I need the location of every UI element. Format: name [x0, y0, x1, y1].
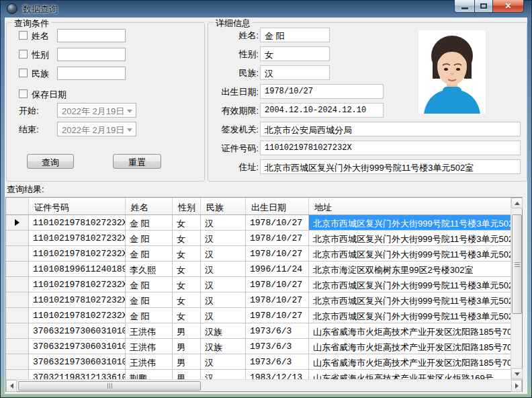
vertical-scroll-thumb[interactable] [512, 214, 522, 314]
reset-button[interactable]: 重置 [113, 154, 161, 169]
table-cell[interactable]: 1978/10/27 [246, 246, 309, 261]
ethnicity-checkbox[interactable] [19, 69, 28, 77]
row-selector-cell[interactable] [6, 323, 29, 338]
table-cell[interactable]: 11010219781027232X [29, 246, 126, 261]
table-cell[interactable]: 女 [173, 231, 201, 245]
table-cell[interactable]: 王洪伟 [126, 354, 173, 369]
scroll-left-button[interactable] [6, 380, 17, 392]
table-cell[interactable]: 1978/10/27 [246, 215, 309, 230]
row-selector-cell[interactable] [6, 262, 29, 276]
vertical-scrollbar[interactable] [511, 198, 522, 379]
table-row[interactable]: 370632197306031010王洪伟男汉1973/6/3山东省威海市火炬高… [6, 354, 511, 370]
name-checkbox[interactable] [19, 31, 28, 40]
header-selector-cell[interactable] [6, 198, 29, 214]
scroll-right-button[interactable] [511, 380, 522, 392]
table-cell[interactable]: 11010219781027232X [29, 277, 126, 292]
table-cell[interactable]: 男 [173, 339, 201, 354]
row-selector-cell[interactable] [6, 215, 29, 230]
table-cell[interactable]: 荆鹏 [126, 370, 173, 379]
table-cell[interactable]: 汉 [201, 277, 246, 292]
table-cell[interactable]: 北京市西城区复兴门外大街999号院11号楼3单元502室 [309, 292, 511, 307]
table-cell[interactable]: 女 [173, 308, 201, 323]
table-cell[interactable]: 370321198312133610 [29, 370, 126, 379]
table-cell[interactable]: 男 [173, 354, 201, 369]
table-cell[interactable]: 金 阳 [126, 231, 173, 245]
header-birthdate[interactable]: 出生日期 [246, 198, 309, 214]
table-row[interactable]: 11010219781027232X金 阳女汉1978/10/27北京市西城区复… [6, 292, 511, 308]
scroll-up-button[interactable] [511, 198, 523, 208]
title-bar[interactable]: 数据查询 ✕ [0, 0, 532, 17]
table-cell[interactable]: 金 阳 [126, 246, 173, 261]
table-cell[interactable]: 汉 [201, 246, 246, 261]
horizontal-scrollbar[interactable] [6, 379, 522, 391]
table-cell[interactable]: 北京市西城区复兴门外大街999号院11号楼3单元502室 [309, 231, 511, 245]
table-row[interactable]: 370632197306031010王洪伟男汉族1973/6/3山东省威海市火炬… [6, 323, 511, 339]
row-selector-cell[interactable] [6, 308, 29, 323]
table-cell[interactable]: 1973/6/3 [246, 323, 309, 338]
table-cell[interactable]: 1978/10/27 [246, 292, 309, 307]
row-selector-cell[interactable] [6, 339, 29, 354]
table-cell[interactable]: 11010219781027232X [29, 308, 126, 323]
horizontal-scroll-thumb[interactable] [18, 381, 201, 391]
close-button[interactable]: ✕ [493, 0, 524, 13]
header-id-number[interactable]: 证件号码 [29, 198, 126, 214]
table-cell[interactable]: 汉 [201, 215, 246, 230]
table-cell[interactable]: 1973/6/3 [246, 339, 309, 354]
table-row[interactable]: 11010219781027232X金 阳女汉1978/10/27北京市西城区复… [6, 231, 511, 246]
table-row[interactable]: 370321198312133610荆鹏男汉1983/12/13山东省威海火炬高… [6, 370, 511, 379]
table-cell[interactable]: 男 [173, 323, 201, 338]
table-cell[interactable]: 北京市西城区复兴门外大街999号院11号楼3单元502室 [309, 215, 511, 230]
table-cell[interactable]: 汉 [201, 308, 246, 323]
header-address[interactable]: 地址 [309, 198, 511, 214]
table-cell[interactable]: 金 阳 [126, 292, 173, 307]
row-selector-cell[interactable] [6, 246, 29, 261]
table-cell[interactable]: 王洪伟 [126, 339, 173, 354]
table-cell[interactable]: 女 [173, 277, 201, 292]
minimize-button[interactable] [454, 0, 474, 13]
table-row[interactable]: 11010219781027232X金 阳女汉1978/10/27北京市西城区复… [6, 277, 511, 292]
table-cell[interactable]: 金 阳 [126, 215, 173, 230]
table-cell[interactable]: 汉 [201, 231, 246, 245]
table-cell[interactable]: 北京市西城区复兴门外大街999号院11号楼3单元502室 [309, 277, 511, 292]
table-cell[interactable]: 北京市西城区复兴门外大街999号院11号楼3单元502室 [309, 308, 511, 323]
table-cell[interactable]: 汉族 [201, 323, 246, 338]
table-cell[interactable]: 王洪伟 [126, 323, 173, 338]
table-cell[interactable]: 女 [173, 215, 201, 230]
table-cell[interactable]: 370632197306031010 [29, 339, 126, 354]
scroll-down-button[interactable] [511, 368, 523, 379]
table-cell[interactable]: 1978/10/27 [246, 231, 309, 245]
table-cell[interactable]: 11010219781027232X [29, 292, 126, 307]
table-row[interactable]: 370632197306031010王洪伟男汉族1973/6/3山东省威海市火炬… [6, 339, 511, 354]
table-cell[interactable]: 女 [173, 246, 201, 261]
table-cell[interactable]: 金 阳 [126, 277, 173, 292]
table-cell[interactable]: 北京市西城区复兴门外大街999号院11号楼3单元502室 [309, 246, 511, 261]
table-cell[interactable]: 山东省威海市火炬高技术产业开发区沈阳路185号703室 [309, 354, 511, 369]
name-input[interactable] [57, 29, 126, 42]
header-gender[interactable]: 性别 [173, 198, 201, 214]
table-cell[interactable]: 11010219781027232X [29, 215, 126, 230]
row-selector-cell[interactable] [6, 370, 29, 379]
table-row[interactable]: 11010219781027232X金 阳女汉1978/10/27北京市西城区复… [6, 246, 511, 262]
table-row[interactable]: 11010219781027232X金 阳女汉1978/10/27北京市西城区复… [6, 215, 511, 231]
table-row[interactable]: 110108199611240189李久熙女汉1996/11/24北京市海淀区双… [6, 262, 511, 277]
table-cell[interactable]: 汉 [201, 292, 246, 307]
table-cell[interactable]: 北京市海淀区双榆树东里99区2号楼302室 [309, 262, 511, 276]
table-cell[interactable]: 1978/10/27 [246, 277, 309, 292]
ethnicity-input[interactable] [57, 67, 126, 80]
table-cell[interactable]: 370632197306031010 [29, 354, 126, 369]
table-cell[interactable]: 1973/6/3 [246, 354, 309, 369]
table-cell[interactable]: 女 [173, 292, 201, 307]
header-ethnicity[interactable]: 民族 [201, 198, 246, 214]
table-cell[interactable]: 女 [173, 262, 201, 276]
table-cell[interactable]: 1978/10/27 [246, 308, 309, 323]
table-cell[interactable]: 山东省威海火炬高技术产业开发区火炬路169号 [309, 370, 511, 379]
table-cell[interactable]: 110108199611240189 [29, 262, 126, 276]
table-cell[interactable]: 汉 [201, 354, 246, 369]
table-cell[interactable]: 汉 [201, 370, 246, 379]
gender-input[interactable] [57, 48, 126, 61]
maximize-button[interactable] [474, 0, 493, 13]
gender-checkbox[interactable] [19, 50, 28, 58]
end-date-picker[interactable]: 2022年 2月19日 [57, 122, 136, 136]
table-cell[interactable]: 金 阳 [126, 308, 173, 323]
save-date-checkbox[interactable] [19, 89, 28, 98]
